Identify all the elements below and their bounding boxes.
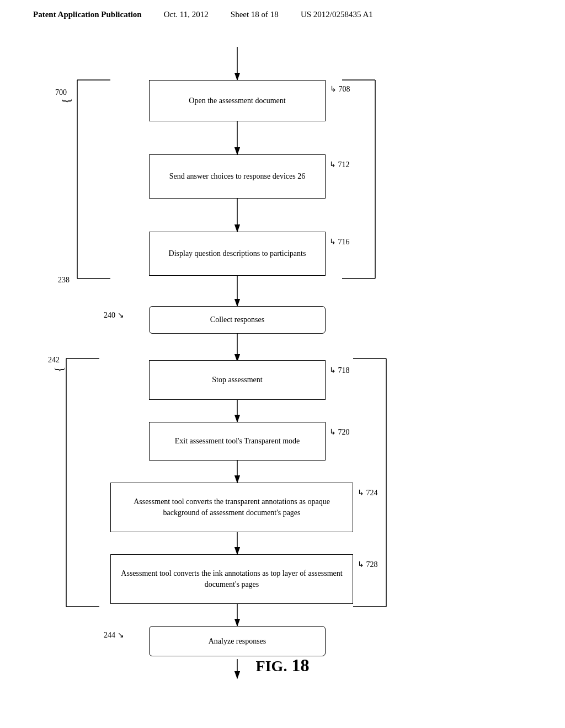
box-718: Stop assessment <box>149 360 326 400</box>
sheet-info: Sheet 18 of 18 <box>231 10 279 19</box>
publication-title: Patent Application Publication <box>33 10 142 19</box>
label-728: ↳ 728 <box>358 560 378 569</box>
figure-caption: FIG. 18 <box>256 655 310 676</box>
fig-number: 18 <box>291 655 309 676</box>
fig-label: FIG. <box>256 657 287 675</box>
label-712: ↳ 712 <box>329 160 350 169</box>
label-718: ↳ 718 <box>329 366 350 375</box>
patent-number: US 2012/0258435 A1 <box>301 10 373 19</box>
diagram-area: 700 } Open the assessment document ↳ 708… <box>0 25 565 687</box>
label-242: 242 <box>48 356 60 365</box>
box-724: Assessment tool converts the transparent… <box>110 483 353 532</box>
publication-date: Oct. 11, 2012 <box>164 10 209 19</box>
box-708: Open the assessment document <box>149 80 326 121</box>
box-720: Exit assessment tool's Transparent mode <box>149 422 326 461</box>
box-collect: Collect responses <box>149 306 326 334</box>
label-720: ↳ 720 <box>329 427 350 437</box>
label-700: 700 <box>55 88 67 97</box>
label-244: 244 ↘ <box>104 630 124 640</box>
brace-700: } <box>61 98 75 104</box>
label-708: ↳ 708 <box>330 84 350 94</box>
page-header: Patent Application Publication Oct. 11, … <box>0 0 565 25</box>
box-712: Send answer choices to response devices … <box>149 154 326 199</box>
label-240: 240 ↘ <box>104 311 124 320</box>
box-716: Display question descriptions to partici… <box>149 232 326 276</box>
box-analyze: Analyze responses <box>149 626 326 656</box>
label-724: ↳ 724 <box>358 488 378 497</box>
brace-242: } <box>54 367 68 373</box>
label-716: ↳ 716 <box>329 237 350 247</box>
label-238: 238 <box>58 276 70 285</box>
box-728: Assessment tool converts the ink annotat… <box>110 554 353 604</box>
